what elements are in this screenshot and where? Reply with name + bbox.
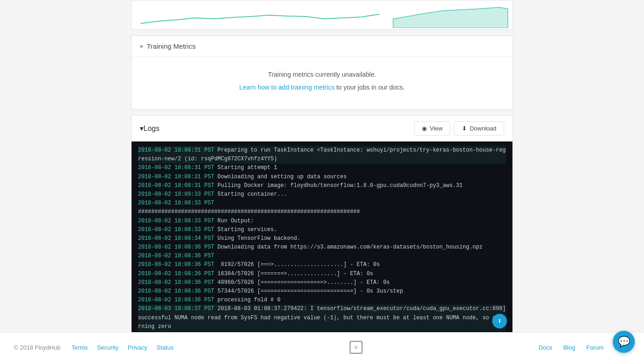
svg-marker-0 bbox=[393, 7, 508, 28]
footer-links-left: TermsSecurityPrivacyStatus bbox=[71, 344, 173, 351]
log-line: 2018-08-02 18:08:36 PST bbox=[138, 252, 506, 260]
log-timestamp: 2018-08-02 18:08:36 PST bbox=[138, 244, 214, 250]
footer-link-forum[interactable]: Forum bbox=[586, 344, 604, 351]
logs-section: ▾ Logs ◉ View ⬇ Download 2018-08-02 18:0… bbox=[131, 115, 513, 334]
logs-chevron-icon: ▾ bbox=[140, 124, 144, 133]
log-timestamp: 2018-08-02 18:08:36 PST bbox=[138, 279, 214, 286]
log-timestamp: 2018-08-02 18:08:31 PST bbox=[138, 174, 214, 180]
training-metrics-title: Training Metrics bbox=[147, 42, 196, 50]
log-text: Using TensorFlow backend. bbox=[214, 235, 300, 242]
view-button[interactable]: ◉ View bbox=[414, 121, 450, 136]
log-text: ########################################… bbox=[138, 209, 360, 215]
log-text: 40960/57026 [===================>.......… bbox=[214, 279, 390, 286]
chart-section bbox=[131, 0, 513, 30]
log-line: 2018-08-02 18:08:36 PST 57344/57026 [===… bbox=[138, 287, 506, 296]
eye-icon: ◉ bbox=[422, 125, 427, 132]
copyright-text: © 2018 FloydHub bbox=[14, 344, 60, 351]
training-metrics-body: Training metrics currently unavailable. … bbox=[132, 57, 512, 109]
log-timestamp: 2018-08-02 18:08:36 PST bbox=[138, 261, 214, 268]
logo-icon: ≡ bbox=[354, 344, 357, 351]
log-timestamp: 2018-08-02 18:09:33 PST bbox=[138, 191, 214, 198]
footer-logo[interactable]: ≡ bbox=[350, 341, 362, 354]
log-line: 2018-08-02 18:08:33 PST Run Output: bbox=[138, 217, 506, 226]
log-text: processing fold # 0 bbox=[214, 297, 281, 303]
log-line: 2018-08-02 18:08:31 PST Preparing to run… bbox=[138, 146, 506, 164]
log-timestamp: 2018-08-02 18:08:36 PST bbox=[138, 271, 214, 277]
log-line: 2018-08-03 18:08:37 PST 2018-08-03 01:08… bbox=[138, 305, 506, 331]
footer-link-status[interactable]: Status bbox=[156, 344, 173, 351]
log-line: 2018-08-02 18:08:31 PST Downloading and … bbox=[138, 173, 506, 181]
log-timestamp: 2018-08-02 18:08:33 PST bbox=[138, 218, 214, 224]
logs-actions: ◉ View ⬇ Download bbox=[414, 121, 504, 136]
log-terminal[interactable]: 2018-08-02 18:08:31 PST Preparing to run… bbox=[132, 141, 512, 334]
footer-link-security[interactable]: Security bbox=[97, 344, 119, 351]
log-line: 2018-08-02 18:08:31 PST Starting attempt… bbox=[138, 164, 506, 172]
log-text: 8192/57026 [===>.....................] -… bbox=[214, 261, 380, 268]
log-line: 2018-08-02 18:08:36 PST 40960/57026 [===… bbox=[138, 278, 506, 287]
log-timestamp: 2018-08-02 18:08:36 PST bbox=[138, 288, 214, 294]
log-timestamp: 2018-08-02 18:08:34 PST bbox=[138, 235, 214, 242]
training-metrics-section: ▾ Training Metrics Training metrics curr… bbox=[131, 35, 513, 110]
metrics-unavailable-text: Training metrics currently unavailable. bbox=[141, 71, 503, 78]
footer-link-terms[interactable]: Terms bbox=[71, 344, 87, 351]
log-timestamp: 2018-08-02 18:08:36 PST bbox=[138, 297, 214, 303]
footer-left: © 2018 FloydHub TermsSecurityPrivacyStat… bbox=[14, 344, 173, 351]
log-text: 16384/57026 [=======>...............] - … bbox=[214, 271, 374, 277]
log-text: 57344/57026 [===========================… bbox=[214, 288, 403, 294]
footer-link-blog[interactable]: Blog bbox=[563, 344, 575, 351]
log-timestamp: 2018-08-02 18:08:36 PST bbox=[138, 253, 214, 259]
chat-widget[interactable]: 💬 bbox=[613, 331, 635, 353]
log-timestamp: 2018-08-02 18:08:33 PST bbox=[138, 200, 214, 206]
log-text: Downloading and setting up data sources bbox=[214, 174, 347, 180]
log-line: 2018-08-02 18:08:36 PST 16384/57026 [===… bbox=[138, 270, 506, 278]
chat-icon: 💬 bbox=[618, 336, 630, 348]
footer-link-privacy[interactable]: Privacy bbox=[128, 344, 148, 351]
scroll-bottom-button[interactable]: ⬇ bbox=[492, 314, 507, 328]
log-line: 2018-08-02 18:08:34 PST Using TensorFlow… bbox=[138, 234, 506, 243]
log-line: 2018-08-02 18:08:33 PST Starting service… bbox=[138, 226, 506, 234]
log-line: 2018-08-02 18:09:33 PST Starting contain… bbox=[138, 190, 506, 199]
log-text: Run Output: bbox=[214, 218, 254, 224]
log-timestamp: 2018-08-02 18:08:31 PST bbox=[138, 147, 214, 153]
download-icon: ⬇ bbox=[462, 125, 467, 132]
logs-title: Logs bbox=[144, 124, 160, 133]
footer-logo-box: ≡ bbox=[350, 341, 362, 354]
log-timestamp: 2018-08-02 18:08:31 PST bbox=[138, 164, 214, 171]
footer: © 2018 FloydHub TermsSecurityPrivacyStat… bbox=[0, 332, 644, 362]
download-button[interactable]: ⬇ Download bbox=[454, 121, 504, 136]
log-text: Starting services. bbox=[214, 226, 277, 233]
chevron-down-icon: ▾ bbox=[140, 43, 143, 50]
logs-header: ▾ Logs ◉ View ⬇ Download bbox=[132, 116, 512, 141]
training-metrics-header[interactable]: ▾ Training Metrics bbox=[132, 36, 512, 57]
log-text: Downloading data from https://s3.amazona… bbox=[214, 244, 483, 250]
log-text: Starting container... bbox=[214, 191, 287, 198]
log-text: Pulling Docker image: floydhub/tensorflo… bbox=[214, 182, 463, 189]
metrics-learn-text: Learn how to add training metrics to you… bbox=[141, 84, 503, 91]
log-timestamp: 2018-08-03 18:08:37 PST bbox=[138, 305, 214, 312]
log-text: Starting attempt 1 bbox=[214, 164, 277, 171]
logs-title-area: ▾ Logs bbox=[140, 124, 160, 133]
download-label: Download bbox=[470, 125, 496, 132]
view-label: View bbox=[430, 125, 443, 132]
learn-how-link[interactable]: Learn how to add training metrics bbox=[239, 84, 334, 91]
log-line: 2018-08-02 18:08:36 PST 8192/57026 [===>… bbox=[138, 260, 506, 269]
footer-link-docs[interactable]: Docs bbox=[539, 344, 552, 351]
learn-suffix: to your jobs in our docs. bbox=[334, 84, 405, 91]
log-line: 2018-08-02 18:08:36 PST processing fold … bbox=[138, 296, 506, 305]
log-timestamp: 2018-08-02 18:08:31 PST bbox=[138, 182, 214, 189]
log-line: ########################################… bbox=[138, 208, 506, 216]
log-line: 2018-08-02 18:08:33 PST bbox=[138, 199, 506, 208]
log-timestamp: 2018-08-02 18:08:33 PST bbox=[138, 226, 214, 233]
log-line: 2018-08-02 18:08:36 PST Downloading data… bbox=[138, 243, 506, 252]
log-line: 2018-08-02 18:08:31 PST Pulling Docker i… bbox=[138, 181, 506, 190]
